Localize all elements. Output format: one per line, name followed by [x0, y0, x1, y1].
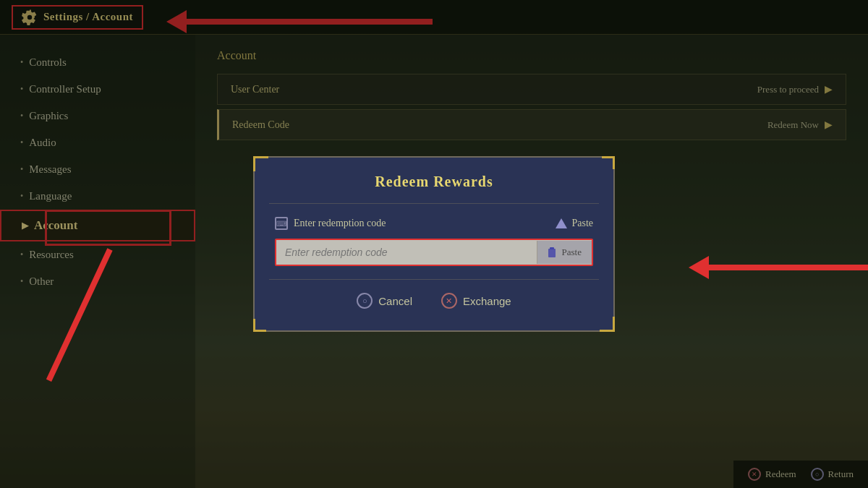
redemption-code-input[interactable] — [276, 240, 537, 265]
clipboard-icon — [548, 247, 558, 258]
cancel-icon: ○ — [357, 293, 373, 309]
exchange-button[interactable]: ✕ Exchange — [441, 293, 511, 309]
exchange-label: Exchange — [463, 295, 511, 307]
svg-rect-1 — [550, 247, 554, 249]
modal-divider-top — [269, 203, 599, 204]
input-label-group: ⌨ Enter redemption code — [275, 217, 386, 230]
cancel-label: Cancel — [378, 295, 412, 307]
cancel-button[interactable]: ○ Cancel — [357, 293, 412, 309]
paste-button[interactable]: Paste — [537, 241, 592, 264]
modal-actions: ○ Cancel ✕ Exchange — [255, 293, 613, 309]
triangle-icon — [556, 218, 567, 228]
modal-input-label-row: ⌨ Enter redemption code Paste — [255, 217, 613, 230]
paste-button-label: Paste — [562, 247, 582, 258]
svg-rect-0 — [548, 249, 556, 257]
modal-field-row: Paste — [255, 239, 613, 266]
input-label-text: Enter redemption code — [294, 218, 386, 229]
arrow-shaft-right — [709, 265, 868, 270]
redeem-modal: Redeem Rewards ⌨ Enter redemption code P… — [253, 156, 615, 332]
exchange-icon: ✕ — [441, 293, 457, 309]
paste-hint-group: Paste — [556, 218, 593, 229]
modal-backdrop: Redeem Rewards ⌨ Enter redemption code P… — [0, 0, 868, 488]
annotation-arrow-right — [689, 256, 868, 279]
input-wrapper: Paste — [275, 239, 593, 266]
arrow-head-right — [689, 256, 709, 279]
modal-divider-bottom — [269, 279, 599, 280]
corner-tr — [602, 156, 615, 169]
corner-bl — [253, 319, 266, 332]
modal-title: Redeem Rewards — [255, 158, 613, 203]
annotation-arrow-up — [107, 249, 113, 394]
paste-hint-text: Paste — [571, 218, 593, 229]
keyboard-icon: ⌨ — [275, 217, 288, 230]
